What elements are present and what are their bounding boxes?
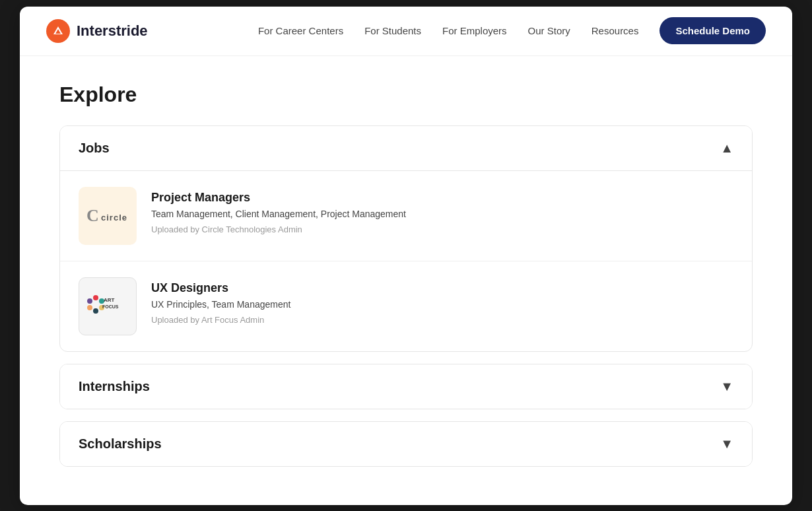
scholarships-accordion: Scholarships ▼ — [59, 421, 753, 467]
nav-for-students[interactable]: For Students — [364, 25, 421, 36]
navigation: Interstride For Career Centers For Stude… — [20, 7, 792, 56]
nav-for-career-centers[interactable]: For Career Centers — [258, 25, 343, 36]
scholarships-chevron-icon: ▼ — [720, 436, 733, 452]
svg-point-7 — [93, 308, 98, 314]
artfocus-logo-svg: ART FOCUS — [83, 290, 133, 323]
svg-point-9 — [87, 298, 92, 304]
browser-window: Interstride For Career Centers For Stude… — [20, 7, 792, 505]
job-uploaded-by: Uploaded by Art Focus Admin — [151, 315, 733, 325]
svg-text:FOCUS: FOCUS — [102, 304, 119, 309]
logo-icon — [46, 19, 70, 43]
svg-point-4 — [93, 295, 98, 300]
svg-text:ART: ART — [104, 297, 115, 303]
job-title: Project Managers — [151, 191, 733, 205]
page-title: Explore — [59, 83, 753, 107]
nav-links: For Career Centers For Students For Empl… — [258, 17, 766, 44]
circle-company-logo: C circle — [79, 187, 137, 245]
jobs-accordion-header[interactable]: Jobs ▲ — [60, 126, 752, 170]
nav-for-employers[interactable]: For Employers — [442, 25, 507, 36]
circle-logo-svg: C circle — [84, 203, 131, 229]
ux-designers-info: UX Designers UX Principles, Team Managem… — [151, 277, 733, 325]
scholarships-title: Scholarships — [79, 436, 162, 452]
logo[interactable]: Interstride — [46, 19, 148, 43]
jobs-accordion-body: C circle Project Managers Team Managemen… — [60, 170, 752, 351]
nav-resources[interactable]: Resources — [592, 25, 639, 36]
svg-text:C: C — [86, 206, 99, 225]
job-title: UX Designers — [151, 281, 733, 295]
project-managers-info: Project Managers Team Management, Client… — [151, 187, 733, 234]
svg-text:circle: circle — [101, 213, 127, 222]
jobs-accordion: Jobs ▲ C circle P — [59, 125, 753, 352]
internships-title: Internships — [79, 379, 150, 394]
main-content: Explore Jobs ▲ C circle — [20, 56, 792, 505]
table-row: C circle Project Managers Team Managemen… — [60, 171, 752, 261]
nav-our-story[interactable]: Our Story — [528, 25, 570, 36]
jobs-title: Jobs — [79, 141, 110, 156]
artfocus-company-logo: ART FOCUS — [79, 277, 137, 335]
job-tags: Team Management, Client Management, Proj… — [151, 209, 733, 219]
job-uploaded-by: Uploaded by Circle Technologies Admin — [151, 224, 733, 234]
schedule-demo-button[interactable]: Schedule Demo — [660, 17, 766, 44]
job-tags: UX Principles, Team Management — [151, 299, 733, 310]
internships-chevron-icon: ▼ — [720, 379, 733, 394]
scholarships-accordion-header[interactable]: Scholarships ▼ — [60, 422, 752, 466]
internships-accordion-header[interactable]: Internships ▼ — [60, 364, 752, 409]
logo-text: Interstride — [77, 22, 148, 40]
table-row: ART FOCUS UX Designers UX Principles, Te… — [60, 261, 752, 351]
internships-accordion: Internships ▼ — [59, 364, 753, 409]
svg-point-8 — [87, 305, 92, 310]
jobs-chevron-icon: ▲ — [720, 141, 733, 156]
